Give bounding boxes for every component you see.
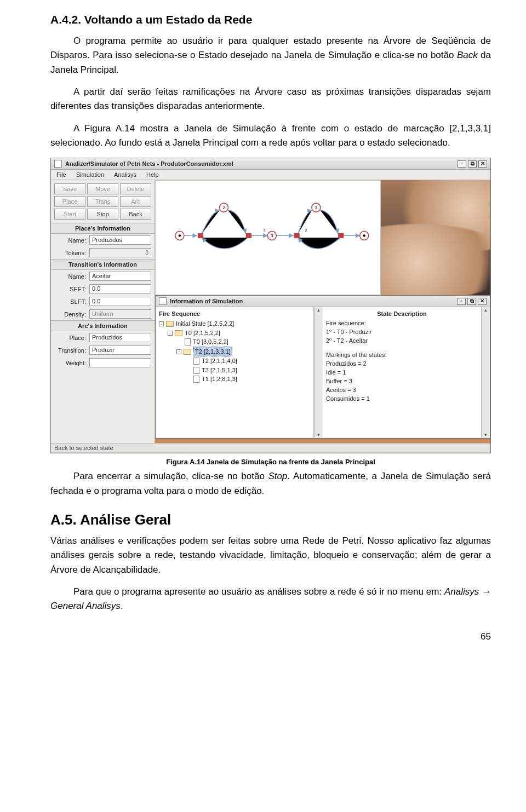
max-icon[interactable]: ⧉ <box>467 298 476 305</box>
figure: Analizer/Simulator of Petri Nets - Produ… <box>50 158 491 466</box>
label: Name: <box>54 273 86 280</box>
density-field[interactable]: Uniform <box>89 309 151 319</box>
state-desc-heading: State Description <box>326 310 478 317</box>
document-icon <box>193 376 199 383</box>
move-button[interactable]: Move <box>87 183 118 194</box>
app-window: Analizer/Simulator of Petri Nets - Produ… <box>50 158 491 453</box>
text: Idle = 1 <box>326 368 478 377</box>
document-icon <box>193 358 199 365</box>
close-icon[interactable]: ✕ <box>478 160 487 168</box>
petri-net-canvas[interactable]: 2 3 3 3 2 <box>155 180 381 295</box>
menu-analisys[interactable]: Analisys <box>114 171 136 178</box>
svg-rect-2 <box>294 233 300 238</box>
tree-toggle-icon[interactable]: - <box>159 321 164 326</box>
scrollbar[interactable] <box>314 307 323 437</box>
text: 2º - T2 - Aceitar <box>326 337 478 345</box>
fire-sequence-tree[interactable]: -Initial State [1,2,5,2,2]-T0 [2,1,5,2,2… <box>159 319 310 384</box>
label: Place: <box>54 335 86 341</box>
place-button[interactable]: Place <box>54 196 85 207</box>
tree-toggle-icon[interactable]: - <box>176 349 181 354</box>
svg-point-10 <box>363 235 365 237</box>
svg-text:2: 2 <box>222 205 225 210</box>
min-icon[interactable]: ▫ <box>457 298 466 305</box>
min-icon[interactable]: ▫ <box>458 160 466 168</box>
folder-icon <box>166 321 174 327</box>
arc-place-field[interactable]: Produzidos <box>89 333 151 342</box>
text: Aceitos = 3 <box>326 386 478 395</box>
app-body: Save Move Delete Place Trans Arc Start S… <box>51 180 490 443</box>
fire-sequence-pane: Fire Sequence -Initial State [1,2,5,2,2]… <box>156 307 314 437</box>
text: Markings of the states: <box>326 351 478 360</box>
text: Consumidos = 1 <box>326 395 478 404</box>
tree-node-label: T0 [2,1,5,2,2] <box>185 329 220 338</box>
tree-node-label: T2 [2,1,1,4,0] <box>202 356 237 366</box>
simulation-window: Information of Simulation ▫⧉✕ Fire Seque… <box>155 295 490 439</box>
titlebar: Analizer/Simulator of Petri Nets - Produ… <box>51 158 490 170</box>
app-icon <box>159 297 167 305</box>
figure-caption: Figura A.14 Janela de Simulação na frent… <box>50 458 491 466</box>
left-pane: Save Move Delete Place Trans Arc Start S… <box>51 180 155 443</box>
close-icon[interactable]: ✕ <box>478 298 487 305</box>
tree-node[interactable]: T1 [1,2,8,1,3] <box>159 375 310 384</box>
text: 1º - T0 - Produzir <box>326 328 478 337</box>
tree-node[interactable]: T0 [3,0,5,2,2] <box>159 337 310 347</box>
trans-name-field[interactable]: Aceitar <box>89 272 151 281</box>
tree-node-label: T3 [2,1,5,1,3] <box>202 366 237 375</box>
menu-help[interactable]: Help <box>146 171 159 178</box>
svg-rect-3 <box>338 233 344 238</box>
arc-button[interactable]: Arc <box>120 196 151 207</box>
section-heading: A.4.2. Voltando a um Estado da Rede <box>50 13 491 26</box>
tree-node-label: T0 [3,0,5,2,2] <box>193 337 228 347</box>
folder-icon <box>175 330 182 336</box>
paragraph: O programa permite ao usuário ir para qu… <box>50 34 491 77</box>
tree-node[interactable]: -T0 [2,1,5,2,2] <box>159 329 310 338</box>
arc-trans-field[interactable]: Produzir <box>89 345 151 355</box>
tree-node[interactable]: T3 [2,1,5,1,3] <box>159 366 310 375</box>
text: Produzidos = 2 <box>326 360 478 368</box>
tree-node[interactable]: T2 [2,1,1,4,0] <box>159 356 310 366</box>
italic: Back <box>457 50 478 60</box>
stop-button[interactable]: Stop <box>87 209 118 220</box>
slft-field[interactable]: 0.0 <box>89 297 151 306</box>
trans-button[interactable]: Trans <box>87 196 118 207</box>
tree-node-label: T2 [2,1,3,3,1] <box>193 347 232 357</box>
window-controls: ▫ ⧉ ✕ <box>458 160 487 168</box>
svg-text:3: 3 <box>271 234 273 239</box>
back-button[interactable]: Back <box>120 209 151 220</box>
paragraph: A partir daí serão feitas ramificações n… <box>50 85 491 114</box>
menu-simulation[interactable]: Simulation <box>76 171 104 178</box>
menu-file[interactable]: File <box>56 171 66 178</box>
paragraph: Para que o programa apresente ao usuário… <box>50 585 491 614</box>
document-icon <box>193 367 199 374</box>
sim-titlebar: Information of Simulation ▫⧉✕ <box>156 296 490 307</box>
delete-button[interactable]: Delete <box>120 183 151 194</box>
transition-section: Transition's Information <box>51 259 155 270</box>
arc-weight-field[interactable] <box>89 358 151 367</box>
document-icon <box>185 338 191 345</box>
sim-body: Fire Sequence -Initial State [1,2,5,2,2]… <box>156 307 490 437</box>
svg-text:2: 2 <box>305 229 307 234</box>
text: Para encerrar a simulação, clica-se no b… <box>73 471 268 481</box>
window-title: Analizer/Simulator of Petri Nets - Produ… <box>65 160 233 167</box>
paragraph: A Figura A.14 mostra a Janela de Simulaç… <box>50 122 491 151</box>
place-name-field[interactable]: Produzidos <box>89 235 151 245</box>
label: Transition: <box>54 347 86 354</box>
max-icon[interactable]: ⧉ <box>468 160 477 168</box>
text: O programa permite ao usuário ir para qu… <box>50 36 491 60</box>
scrollbar[interactable] <box>481 307 490 437</box>
tree-node-label: T1 [1,2,8,1,3] <box>202 375 237 384</box>
app-icon <box>54 160 62 168</box>
arc-section: Arc's Information <box>51 320 155 331</box>
tree-node[interactable]: -T2 [2,1,3,3,1] <box>159 347 310 357</box>
save-button[interactable]: Save <box>54 183 85 194</box>
text: Fire sequence: <box>326 319 478 328</box>
tree-toggle-icon[interactable]: - <box>168 331 173 336</box>
label: SLFT: <box>54 298 86 305</box>
text: Buffer = 3 <box>326 377 478 386</box>
tree-node[interactable]: -Initial State [1,2,5,2,2] <box>159 319 310 329</box>
menubar: File Simulation Analisys Help <box>51 170 490 180</box>
label: Tokens: <box>54 250 86 256</box>
seft-field[interactable]: 0.0 <box>89 284 151 293</box>
status-bar: Back to selected state <box>51 443 490 452</box>
start-button[interactable]: Start <box>54 209 85 220</box>
